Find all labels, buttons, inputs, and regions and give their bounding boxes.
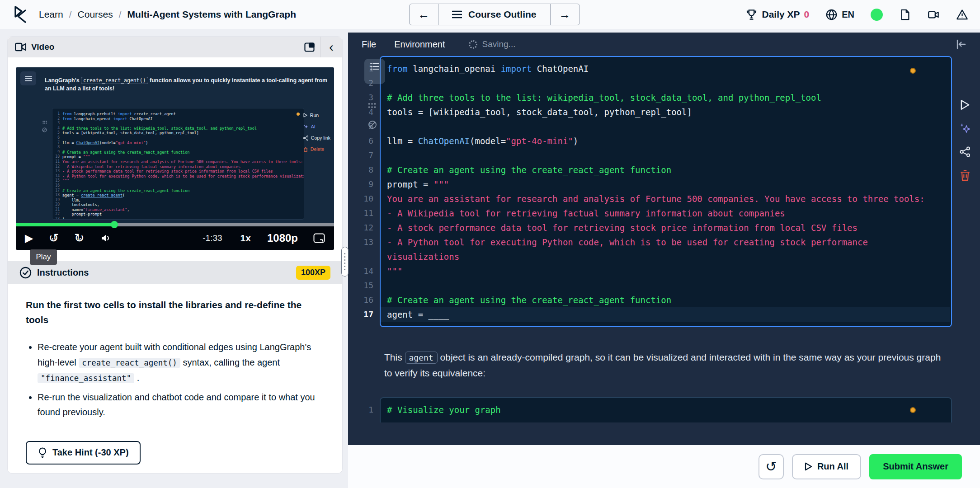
breadcrumb-link[interactable]: Learn — [39, 9, 63, 20]
reset-icon: ↺ — [765, 459, 777, 474]
take-hint-button[interactable]: Take Hint (-30 XP) — [26, 441, 141, 465]
code-text: """ — [380, 264, 950, 278]
check-circle-icon — [19, 267, 32, 279]
code-text: # Add three tools to the list: wikipedia… — [380, 90, 950, 105]
previous-lesson-button[interactable]: ← — [410, 4, 438, 25]
code-line: 19 llm, — [52, 198, 302, 203]
share-cell-button[interactable] — [960, 146, 971, 157]
line-number: 17 — [358, 307, 380, 322]
breadcrumb-link[interactable]: Courses — [78, 9, 113, 20]
line-number: 6 — [52, 136, 62, 141]
video-camera-icon[interactable] — [928, 9, 940, 21]
instructions-body: Run the first two cells to install the l… — [8, 284, 342, 465]
code-text: # Create an agent using the create_react… — [380, 293, 950, 307]
collapse-right-icon — [954, 39, 966, 50]
collapse-editor-button[interactable] — [954, 39, 966, 50]
collapse-panel-button[interactable]: ‹ — [320, 37, 342, 57]
line-number: 22 — [52, 212, 62, 217]
instructions-header: Instructions 100XP — [8, 261, 342, 284]
warning-icon[interactable] — [956, 9, 968, 21]
code-text: - A Python tool for executing Python cod… — [380, 235, 950, 264]
video-frame[interactable]: LangGraph's create_react_agent() functio… — [16, 67, 334, 223]
user-status-indicator[interactable] — [871, 9, 883, 21]
ai-assistant-button[interactable] — [959, 122, 971, 134]
code-line: 14- A Python tool for executing Python c… — [52, 174, 302, 179]
delete-cell-button[interactable] — [960, 169, 971, 181]
quality-button[interactable]: 1080p — [267, 232, 298, 244]
play-button[interactable]: ▶ — [25, 232, 33, 244]
course-outline-label: Course Outline — [468, 9, 537, 20]
code-line: 15""" — [52, 178, 302, 183]
video-progress-bar[interactable] — [16, 223, 334, 226]
hide-cell-button[interactable] — [368, 120, 377, 129]
line-number: 16 — [358, 293, 380, 307]
course-outline-button[interactable]: Course Outline — [438, 4, 551, 25]
run-cell-button[interactable] — [960, 99, 970, 110]
menu-file[interactable]: File — [362, 39, 376, 50]
video-slide-menu-icon — [20, 71, 36, 85]
code-cell-1[interactable]: 1from langchain_openai import ChatOpenAI… — [358, 56, 955, 327]
cell-drag-handle[interactable] — [368, 103, 376, 108]
code-line: 2from langchain_openai import ChatOpenAI — [52, 117, 302, 122]
line-number: 14 — [358, 264, 380, 278]
hide-cell-icon — [368, 120, 377, 129]
code-line: 15 — [358, 278, 955, 293]
editor-footer: ↺ Run All Submit Answer — [348, 445, 980, 488]
code-text: # Visualize your graph — [380, 403, 950, 417]
time-remaining: -1:33 — [203, 233, 222, 243]
cell-gutter-menu-button[interactable] — [364, 59, 385, 84]
code-text: agent = ____ — [380, 307, 950, 322]
code-line: 7llm = ChatOpenAI(model="gpt-4o-mini") — [52, 141, 302, 145]
video-gutter-icons — [42, 121, 47, 132]
code-line: 2 — [358, 76, 955, 90]
line-number: 14 — [52, 174, 62, 179]
submit-answer-button[interactable]: Submit Answer — [869, 454, 962, 479]
line-number: 19 — [52, 198, 62, 203]
volume-button[interactable] — [101, 233, 112, 243]
code-text: tools = [wikipedia_tool, stock_data_tool… — [62, 131, 302, 136]
menu-environment[interactable]: Environment — [394, 39, 445, 50]
document-icon[interactable] — [899, 9, 911, 21]
video-progress-played — [16, 223, 114, 226]
code-text: llm = ChatOpenAI(model="gpt-4o-mini") — [62, 141, 302, 145]
code-text: # Create an agent using the create_react… — [380, 163, 950, 177]
code-line: 8 — [52, 145, 302, 150]
forward-10-button[interactable]: ↻10 — [74, 231, 85, 245]
run-all-button[interactable]: Run All — [792, 454, 861, 479]
playback-speed-button[interactable]: 1x — [240, 233, 251, 244]
code-text: ) — [62, 217, 302, 220]
code-cell-2[interactable]: 1# Visualize your graph — [358, 397, 955, 422]
panel-resize-handle[interactable] — [341, 247, 349, 277]
line-number: 23 — [52, 217, 62, 220]
next-lesson-button[interactable]: → — [551, 4, 580, 25]
code-line: 1# Visualize your graph — [358, 403, 955, 417]
rewind-10-button[interactable]: ↺10 — [48, 231, 59, 245]
picture-in-picture-button[interactable] — [298, 37, 320, 57]
code-line: 18agent = create_react_agent( — [52, 193, 302, 198]
breadcrumb: Learn/Courses/Multi-Agent Systems with L… — [39, 9, 296, 20]
top-navigation: Learn/Courses/Multi-Agent Systems with L… — [0, 0, 980, 29]
code-text — [62, 145, 302, 150]
run-all-label: Run All — [817, 461, 848, 472]
editor-scroll-area: 1from langchain_openai import ChatOpenAI… — [348, 56, 980, 445]
fullscreen-button[interactable] — [313, 233, 325, 243]
lightbulb-icon — [38, 447, 47, 458]
video-menu-copy-link: Copy link — [303, 135, 330, 141]
sparkles-icon — [959, 122, 971, 134]
video-controls: ▶ ↺10 ↻10 -1:33 1x 1080p — [16, 226, 334, 250]
drag-dots-icon — [42, 121, 47, 124]
instructions-title: Instructions — [37, 267, 89, 278]
code-text: prompt = """ — [62, 155, 302, 160]
instructions-heading: Run the first two cells to install the l… — [26, 297, 319, 327]
language-selector[interactable]: EN — [825, 9, 854, 21]
reset-button[interactable]: ↺ — [759, 454, 784, 479]
line-number: 2 — [52, 117, 62, 122]
code-text — [380, 119, 950, 134]
code-text — [62, 183, 302, 188]
breadcrumb-separator: / — [69, 9, 72, 20]
code-text: # Create an agent using the create_react… — [62, 188, 302, 193]
code-line: 5 — [358, 119, 955, 134]
exercise-sidebar: Video ‹ LangGraph's create_react_agent()… — [7, 36, 343, 474]
code-text: - A stock performance data tool for retr… — [62, 169, 302, 174]
code-line: 17agent = ____ — [358, 307, 955, 322]
